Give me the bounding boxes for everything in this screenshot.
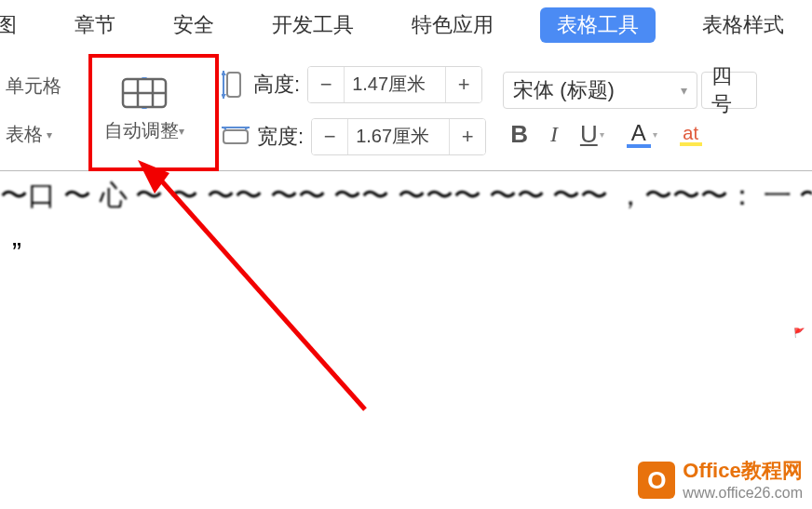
height-increase[interactable]: +	[446, 67, 481, 102]
italic-button[interactable]: I	[550, 122, 558, 147]
auto-adjust-label: 自动调整	[104, 118, 179, 143]
width-label: 宽度:	[257, 123, 304, 151]
table-dropdown[interactable]: 表格 ▾	[6, 122, 52, 147]
group-size: 高度: − 1.47厘米 + 宽度: − 1.67厘米 +	[222, 61, 486, 159]
corner-flag-icon: 🚩	[793, 328, 805, 338]
chevron-down-icon: ▾	[179, 125, 184, 138]
height-decrease[interactable]: −	[308, 67, 344, 102]
doc-blurred-line: 〜口 〜 心 〜 〜 〜〜 〜〜 〜〜 〜〜〜 〜〜 〜〜 ，〜〜〜： 一 〜	[0, 177, 812, 215]
chevron-down-icon: ▾	[47, 128, 52, 141]
cell-dropdown[interactable]: 单元格	[6, 74, 61, 99]
document-area[interactable]: 〜口 〜 心 〜 〜 〜〜 〜〜 〜〜 〜〜〜 〜〜 〜〜 ，〜〜〜： 一 〜 …	[0, 171, 812, 488]
font-size-value: 四号	[711, 62, 747, 118]
tab-special[interactable]: 特色应用	[400, 7, 505, 43]
ribbon-body: 单元格 表格 ▾ 自动调整 ▾ 高度	[0, 50, 812, 171]
underline-button[interactable]: U ▾	[580, 120, 604, 149]
autofit-table-icon	[121, 77, 168, 109]
watermark-title: Office教程网	[683, 459, 803, 483]
chevron-down-icon: ▾	[681, 83, 687, 98]
font-color-bar	[627, 144, 651, 148]
watermark: O Office教程网 www.office26.com	[638, 459, 803, 502]
font-name-select[interactable]: 宋体 (标题) ▾	[503, 72, 697, 109]
svg-marker-4	[142, 77, 147, 78]
tab-chapter[interactable]: 章节	[63, 7, 127, 43]
font-name-value: 宋体 (标题)	[513, 76, 670, 104]
group-font: 宋体 (标题) ▾ 四号 B I U ▾ A ▾	[503, 61, 757, 159]
auto-adjust-button[interactable]: 自动调整 ▾	[84, 61, 205, 159]
chevron-down-icon: ▾	[653, 129, 657, 140]
width-icon	[222, 127, 250, 147]
highlight-bar	[680, 142, 702, 146]
tab-security[interactable]: 安全	[162, 7, 225, 43]
svg-rect-10	[223, 130, 248, 143]
bold-button[interactable]: B	[510, 120, 528, 149]
chevron-down-icon: ▾	[600, 129, 604, 140]
tab-developer[interactable]: 开发工具	[261, 7, 365, 43]
svg-marker-5	[142, 108, 147, 109]
height-spinner: − 1.47厘米 +	[307, 66, 482, 103]
watermark-url: www.office26.com	[683, 484, 803, 502]
width-decrease[interactable]: −	[312, 119, 347, 154]
height-icon	[222, 71, 246, 99]
tab-table-tools[interactable]: 表格工具	[540, 7, 656, 43]
group-cell-table: 单元格 表格 ▾	[0, 61, 67, 159]
font-size-select[interactable]: 四号	[701, 72, 757, 109]
tab-table-style[interactable]: 表格样式	[691, 7, 795, 43]
height-label: 高度:	[253, 71, 300, 99]
width-value[interactable]: 1.67厘米	[347, 119, 450, 154]
svg-rect-6	[227, 73, 240, 97]
font-color-button[interactable]: A ▾	[627, 122, 657, 148]
doc-quote: ”	[12, 236, 21, 268]
watermark-logo-icon: O	[638, 462, 675, 499]
width-increase[interactable]: +	[450, 119, 485, 154]
height-value[interactable]: 1.47厘米	[344, 67, 446, 102]
ribbon-tabs: 图 章节 安全 开发工具 特色应用 表格工具 表格样式	[0, 0, 812, 50]
width-spinner: − 1.67厘米 +	[311, 118, 486, 155]
tab-view[interactable]: 图	[0, 7, 28, 43]
highlight-button[interactable]: at	[680, 124, 702, 146]
